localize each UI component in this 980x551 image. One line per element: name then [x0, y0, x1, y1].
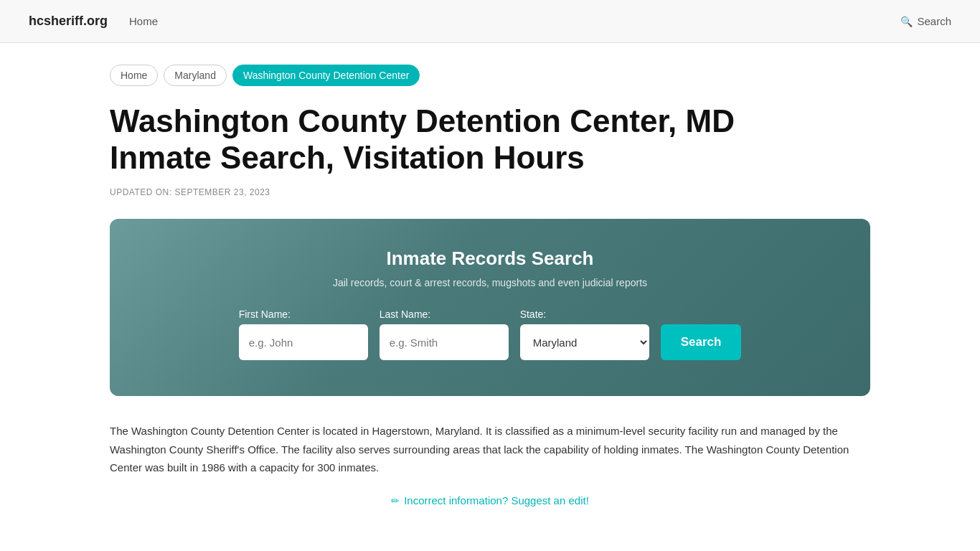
header-search-label: Search [917, 15, 951, 27]
header-search-button[interactable]: 🔍 Search [900, 15, 951, 27]
last-name-label: Last Name: [380, 309, 431, 320]
site-header: hcsheriff.org Home 🔍 Search [0, 0, 980, 43]
search-box-title: Inmate Records Search [153, 248, 827, 270]
breadcrumb-maryland[interactable]: Maryland [164, 65, 227, 86]
last-name-group: Last Name: [380, 309, 509, 360]
description-text: The Washington County Detention Center i… [110, 422, 870, 477]
search-box-subtitle: Jail records, court & arrest records, mu… [153, 277, 827, 288]
pencil-icon: ✏ [391, 495, 400, 507]
first-name-group: First Name: [239, 309, 368, 360]
main-content: Home Maryland Washington County Detentio… [81, 43, 899, 529]
first-name-label: First Name: [239, 309, 291, 320]
last-name-input[interactable] [380, 324, 509, 360]
suggest-edit-link[interactable]: ✏ Incorrect information? Suggest an edit… [391, 494, 589, 507]
suggest-edit-section: ✏ Incorrect information? Suggest an edit… [110, 494, 870, 507]
breadcrumb-current[interactable]: Washington County Detention Center [232, 65, 420, 86]
breadcrumb: Home Maryland Washington County Detentio… [110, 65, 870, 86]
first-name-input[interactable] [239, 324, 368, 360]
site-logo[interactable]: hcsheriff.org [29, 14, 108, 29]
state-group: State: AlabamaAlaskaArizonaArkansasCalif… [520, 309, 649, 360]
search-button[interactable]: Search [661, 324, 742, 360]
state-select[interactable]: AlabamaAlaskaArizonaArkansasCaliforniaCo… [520, 324, 649, 360]
page-title: Washington County Detention Center, MD I… [110, 103, 755, 176]
search-form: First Name: Last Name: State: AlabamaAla… [153, 309, 827, 360]
search-icon: 🔍 [900, 16, 913, 27]
breadcrumb-home[interactable]: Home [110, 65, 158, 86]
suggest-edit-label: Incorrect information? Suggest an edit! [404, 494, 589, 507]
inmate-search-box: Inmate Records Search Jail records, cour… [110, 219, 870, 396]
updated-date: UPDATED ON: SEPTEMBER 23, 2023 [110, 187, 870, 197]
updated-date-value: SEPTEMBER 23, 2023 [174, 187, 270, 197]
updated-label: UPDATED ON: [110, 187, 172, 197]
header-left: hcsheriff.org Home [29, 14, 158, 29]
state-label: State: [520, 309, 547, 320]
nav-home-link[interactable]: Home [129, 15, 158, 27]
